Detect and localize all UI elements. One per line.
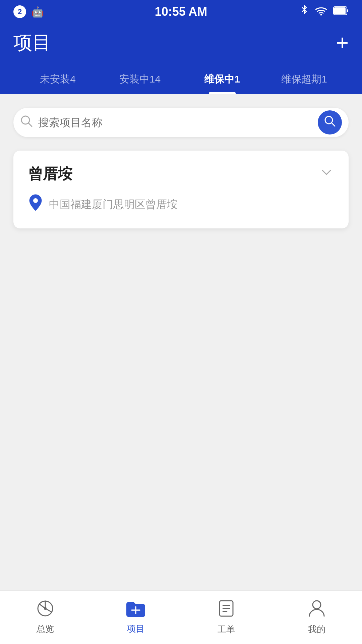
svg-line-5	[28, 123, 32, 126]
nav-label-projects: 项目	[127, 623, 144, 635]
nav-label-mine: 我的	[308, 624, 325, 635]
content-area: 曾厝垵 中国福建厦门思明区曾厝垵	[0, 144, 362, 590]
status-time: 10:55 AM	[155, 5, 207, 19]
tab-expired[interactable]: 维保超期1	[263, 66, 345, 94]
status-right	[300, 5, 349, 19]
workorder-icon	[218, 599, 234, 620]
project-card[interactable]: 曾厝垵 中国福建厦门思明区曾厝垵	[13, 151, 349, 228]
project-card-header: 曾厝垵	[28, 164, 334, 184]
svg-point-0	[320, 14, 322, 15]
search-input[interactable]	[38, 116, 318, 129]
nav-item-projects[interactable]: 项目	[90, 591, 181, 644]
search-icon-left	[20, 115, 33, 130]
page-title: 项目	[13, 30, 51, 56]
project-address: 中国福建厦门思明区曾厝垵	[49, 197, 178, 212]
status-bar: 2 🤖 10:55 AM	[0, 0, 362, 23]
bottom-nav: 总览 项目 工单	[0, 590, 362, 644]
battery-icon	[333, 6, 349, 17]
nav-item-workorder[interactable]: 工单	[181, 591, 272, 644]
header: 项目 + 未安装4 安装中14 维保中1 维保超期1	[0, 23, 362, 94]
svg-point-17	[313, 601, 321, 609]
mine-icon	[308, 599, 325, 620]
search-button[interactable]	[318, 110, 342, 135]
search-btn-icon	[324, 115, 336, 130]
projects-folder-icon	[126, 600, 146, 620]
wifi-icon	[315, 6, 327, 18]
svg-rect-2	[334, 7, 346, 14]
tab-maintaining[interactable]: 维保中1	[181, 66, 263, 94]
tabs-container: 未安装4 安装中14 维保中1 维保超期1	[13, 66, 349, 94]
svg-line-7	[331, 123, 335, 126]
search-area	[0, 94, 362, 144]
header-top: 项目 +	[13, 30, 349, 66]
tab-installing[interactable]: 安装中14	[99, 66, 181, 94]
search-bar	[13, 108, 349, 137]
add-project-button[interactable]: +	[336, 32, 349, 54]
chevron-down-icon	[319, 165, 334, 183]
tab-uninstalled[interactable]: 未安装4	[17, 66, 99, 94]
nav-item-overview[interactable]: 总览	[0, 591, 90, 644]
project-location: 中国福建厦门思明区曾厝垵	[28, 194, 334, 215]
nav-label-overview: 总览	[37, 623, 54, 635]
project-name: 曾厝垵	[28, 164, 72, 184]
location-pin-icon	[28, 194, 43, 215]
nav-label-workorder: 工单	[218, 624, 235, 635]
status-left: 2 🤖	[13, 5, 44, 18]
overview-icon	[37, 600, 54, 620]
svg-point-8	[33, 198, 38, 203]
svg-point-10	[44, 607, 47, 610]
bluetooth-icon	[300, 5, 309, 19]
nav-item-mine[interactable]: 我的	[272, 591, 362, 644]
android-icon: 🤖	[32, 6, 44, 18]
notification-badge: 2	[13, 5, 26, 18]
svg-rect-3	[347, 9, 348, 12]
